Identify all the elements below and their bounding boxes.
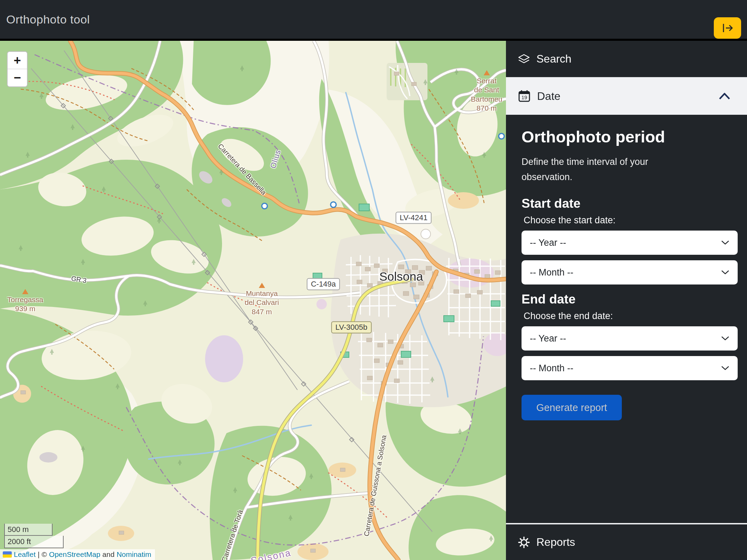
leaflet-link[interactable]: Leaflet <box>14 550 36 559</box>
svg-text:19: 19 <box>522 94 527 100</box>
end-date-label: Choose the end date: <box>524 311 732 321</box>
start-month-select[interactable]: -- Month -- <box>522 260 738 284</box>
app-title: Orthophoto tool <box>6 13 90 26</box>
box-arrow-right-icon <box>722 23 734 33</box>
scale-imperial: 2000 ft <box>4 536 64 548</box>
map-zoom-control: + − <box>7 51 28 87</box>
gear-icon <box>518 536 530 549</box>
map-attribution: Leaflet | © OpenStreetMap and Nominatim <box>0 549 155 560</box>
accordion-search[interactable]: Search <box>506 41 747 77</box>
generate-report-button[interactable]: Generate report <box>522 395 622 420</box>
start-date-heading: Start date <box>522 196 732 211</box>
accordion-date[interactable]: 19 Date <box>506 77 747 115</box>
date-panel: Orthophoto period Define the time interv… <box>506 115 747 523</box>
scale-metric: 500 m <box>4 524 53 536</box>
map-artwork <box>0 41 506 560</box>
zoom-in-button[interactable]: + <box>8 52 27 69</box>
chevron-up-icon <box>719 92 730 100</box>
layers-icon <box>518 53 530 65</box>
panel-title: Orthophoto period <box>522 127 732 146</box>
accordion-reports[interactable]: Reports <box>506 524 747 560</box>
end-date-heading: End date <box>522 292 732 307</box>
calendar-date-icon: 19 <box>518 90 531 103</box>
attribution-separator: | © <box>38 550 47 559</box>
accordion-date-label: Date <box>537 90 561 103</box>
openstreetmap-link[interactable]: OpenStreetMap <box>49 550 100 559</box>
map-scale-control: 500 m 2000 ft <box>4 524 64 548</box>
app-window: Orthophoto tool <box>0 0 747 560</box>
map[interactable]: SolsonaLV-4241C-149aLV-3005bSerratde San… <box>0 41 506 560</box>
zoom-out-button[interactable]: − <box>8 69 27 86</box>
top-bar: Orthophoto tool <box>0 0 747 39</box>
sidebar: Search 19 Date Orthophoto period Define … <box>506 41 747 560</box>
logout-button[interactable] <box>714 17 741 39</box>
accordion-search-label: Search <box>536 53 571 65</box>
accordion-reports-label: Reports <box>536 536 575 549</box>
start-date-label: Choose the start date: <box>524 215 732 226</box>
start-year-select[interactable]: -- Year -- <box>522 231 738 255</box>
ukraine-flag-icon <box>3 551 12 558</box>
nominatim-link[interactable]: Nominatim <box>117 550 151 559</box>
end-month-select[interactable]: -- Month -- <box>522 356 738 380</box>
panel-description: Define the time interval of your observa… <box>522 155 684 185</box>
end-year-select[interactable]: -- Year -- <box>522 326 738 351</box>
attribution-and: and <box>102 550 114 559</box>
